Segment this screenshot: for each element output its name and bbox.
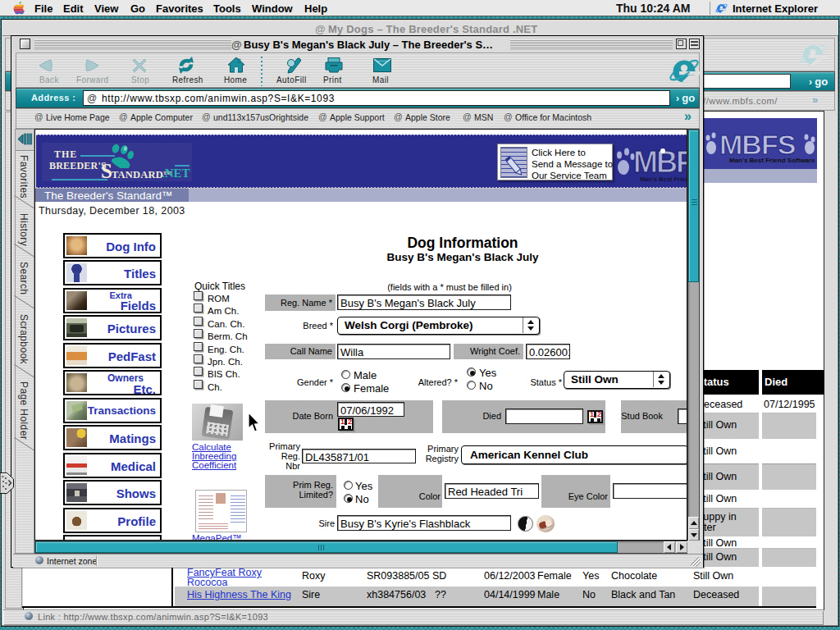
svg-text:MBF: MBF bbox=[633, 145, 687, 179]
svg-text:Man's Best Friend Software: Man's Best Friend Software bbox=[729, 157, 815, 164]
svg-text:Man's Best Friend S: Man's Best Friend S bbox=[640, 176, 687, 183]
svg-text:MBFS: MBFS bbox=[719, 129, 796, 160]
